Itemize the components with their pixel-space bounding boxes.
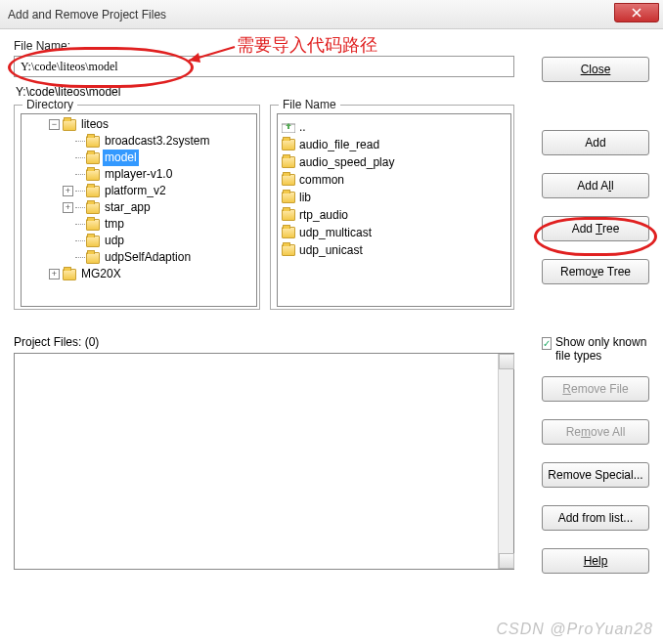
folder-icon [86,136,100,148]
up-folder-icon [282,121,295,133]
list-item[interactable]: udp_unicast [280,241,508,259]
tree-item[interactable]: MG20X [79,266,123,282]
filename-panel-title: File Name [279,98,340,111]
tree-item-label[interactable]: star_app [103,199,153,216]
add-from-list-button[interactable]: Add from list... [542,505,649,531]
list-item[interactable]: udp_multicast [280,224,508,241]
titlebar: Add and Remove Project Files [0,0,663,29]
remove-all-button[interactable]: Remove All [542,419,649,445]
remove-tree-button[interactable]: Remove Tree [542,259,649,284]
file-name-label: File Name: [14,39,649,53]
expand-icon [63,236,73,246]
tree-item-label[interactable]: tmp [103,216,126,233]
help-button[interactable]: Help [542,548,649,574]
tree-item-row[interactable]: +platform_v2 [22,183,256,199]
tree-item-row[interactable]: tmp [22,216,256,233]
file-path-input[interactable] [14,56,514,77]
folder-icon [63,119,76,131]
folder-icon [63,269,76,280]
add-tree-button[interactable]: Add Tree [542,216,649,241]
close-icon [632,8,641,18]
folder-icon [86,236,100,247]
close-button[interactable]: Close [542,57,649,82]
tree-item-label[interactable]: platform_v2 [103,183,168,199]
checkbox-icon[interactable]: ✓ [542,337,552,350]
tree-item-row[interactable]: udp [22,233,256,249]
show-known-checkbox-row[interactable]: ✓ Show only known file types [542,335,649,363]
tree-item-label[interactable]: model [103,150,139,166]
list-item[interactable]: audio_file_read [280,136,508,153]
remove-special-button[interactable]: Remove Special... [542,462,649,488]
expand-icon [63,219,73,230]
folder-icon [86,219,100,231]
expand-icon[interactable]: + [63,202,73,213]
tree-item[interactable]: liteos [79,116,110,133]
expand-icon [63,169,73,180]
tree-item-row[interactable]: model [22,150,256,166]
expand-icon [63,152,73,163]
folder-icon [282,209,295,221]
filename-panel: File Name .. audio_file_readaudio_speed_… [270,105,514,310]
folder-icon [282,244,295,256]
vertical-scrollbar[interactable] [498,354,513,569]
list-item[interactable]: audio_speed_play [280,153,508,171]
add-all-button[interactable]: Add All [542,173,649,198]
project-files-list[interactable] [14,353,514,570]
folder-icon [86,186,100,197]
scroll-down-button[interactable] [499,553,514,569]
list-item[interactable]: common [280,171,508,189]
expand-icon[interactable]: + [49,269,60,279]
expand-icon[interactable]: − [49,119,60,130]
list-item[interactable]: lib [280,189,508,206]
expand-icon [63,252,73,263]
remove-file-button[interactable]: Remove File [542,376,649,402]
watermark: CSDN @ProYuan28 [497,621,654,638]
tree-item-label[interactable]: mplayer-v1.0 [103,166,174,183]
tree-item-row[interactable]: mplayer-v1.0 [22,166,256,183]
button-sidebar: Close Add Add All Add Tree Remove Tree ✓… [542,57,649,574]
window-close-button[interactable] [614,3,659,22]
tree-item-row[interactable]: broadcast3.2system [22,133,256,150]
window-title: Add and Remove Project Files [8,8,166,21]
directory-panel-title: Directory [22,98,77,111]
directory-panel: Directory − liteos broadcast3.2systemmod… [14,105,260,310]
folder-icon [282,174,295,186]
folder-icon [86,152,100,164]
folder-icon [86,202,100,214]
show-known-label: Show only known file types [555,335,649,363]
scroll-up-button[interactable] [499,354,514,369]
add-button[interactable]: Add [542,130,649,155]
directory-tree[interactable]: − liteos broadcast3.2systemmodelmplayer-… [21,113,257,307]
expand-icon [63,136,73,147]
list-item-up[interactable]: .. [280,118,508,136]
tree-item-label[interactable]: udp [103,233,126,249]
tree-item-row[interactable]: +star_app [22,199,256,216]
folder-icon [86,252,100,264]
folder-icon [282,139,295,150]
folder-icon [282,192,295,203]
expand-icon[interactable]: + [63,186,73,196]
tree-item-label[interactable]: broadcast3.2system [103,133,211,150]
tree-item-label[interactable]: udpSelfAdaption [103,249,193,266]
file-list[interactable]: .. audio_file_readaudio_speed_playcommon… [277,113,511,307]
folder-icon [86,169,100,181]
tree-item-row[interactable]: udpSelfAdaption [22,249,256,266]
list-item[interactable]: rtp_audio [280,206,508,224]
folder-icon [282,156,295,168]
folder-icon [282,227,295,238]
